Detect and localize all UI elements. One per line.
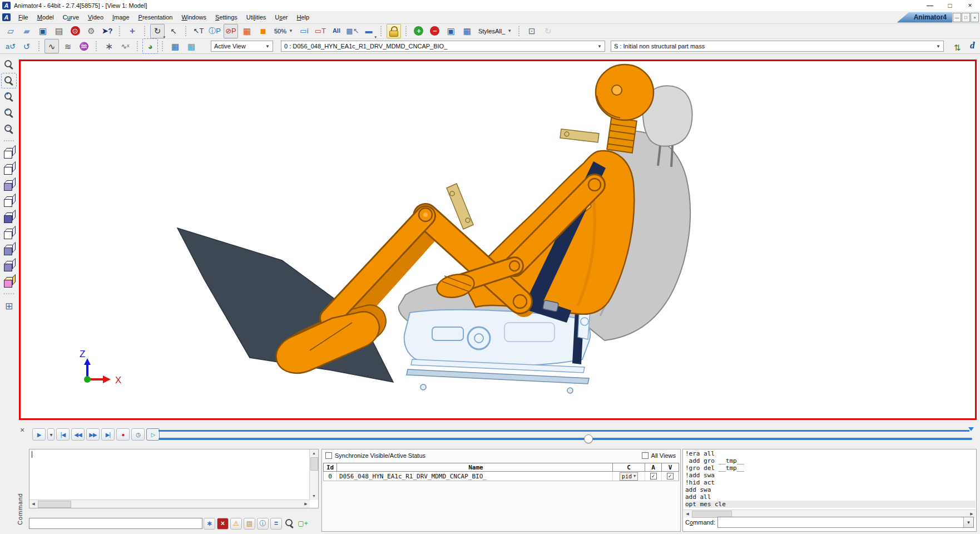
measure-icon[interactable]: ▬▾ [362, 24, 376, 38]
menu-model[interactable]: Model [33, 12, 58, 22]
play-button[interactable]: ▶ [32, 428, 46, 441]
zoom-out-icon[interactable]: − [2, 106, 16, 120]
mdi-close-icon[interactable]: × [971, 13, 979, 22]
command-input[interactable] [29, 518, 202, 529]
open-model-icon[interactable]: ▰ [19, 24, 34, 38]
info-button[interactable]: ⓘ [257, 518, 269, 530]
grid-full-icon[interactable]: ▦ [460, 24, 474, 38]
zoom-area-icon[interactable] [2, 73, 16, 88]
entity-info-icon[interactable]: ▭i [297, 24, 311, 38]
session-icon[interactable]: ⊡ [524, 24, 539, 38]
reset-view-icon[interactable]: ↺ [19, 39, 34, 53]
timer-button[interactable]: ◷ [131, 428, 145, 441]
console-output[interactable]: !era all add gro __tmp__!gro del __tmp__… [684, 450, 976, 509]
color-swatch[interactable]: ■ [256, 24, 270, 38]
menu-presentation[interactable]: Presentation [134, 12, 177, 22]
filter-button[interactable]: ∗ [204, 518, 215, 530]
scroll-right-icon[interactable]: ▶ [302, 500, 310, 508]
log-button[interactable]: ▤ [244, 518, 255, 530]
open-icon[interactable]: ▱ [3, 24, 18, 38]
state-selector[interactable]: S : Initial non structural part mass ▼ [611, 41, 944, 52]
view-iso-cube[interactable] [2, 275, 16, 289]
menu-utilities[interactable]: Utilities [242, 12, 270, 22]
scroll-left-icon[interactable]: ◀ [29, 500, 37, 508]
command-history-list[interactable]: ▲ ▼ ◀ ▶ [29, 449, 319, 508]
model-selector[interactable]: 0 : D056_048_HYN_EA1c_R1_DRV_MDMD_CNCAP_… [281, 41, 605, 52]
command-prompt-input[interactable]: ▼ [717, 517, 974, 528]
column-header-v[interactable]: V [662, 463, 679, 471]
layers-pick-icon[interactable]: ▩↖ [345, 24, 360, 38]
label-pointer-icon[interactable]: ↖T [191, 24, 206, 38]
exit-icon[interactable]: ⊙ [68, 24, 82, 38]
last-frame-button[interactable]: ▶| [101, 428, 115, 441]
menu-help[interactable]: Help [293, 12, 314, 22]
restore-icon[interactable]: □ [940, 2, 960, 9]
curve-filter-icon[interactable]: ♒ [77, 39, 91, 53]
print-icon[interactable]: ▤ [52, 24, 66, 38]
errors-button[interactable]: × [217, 518, 229, 530]
prev-frame-button[interactable]: ◀◀ [71, 428, 85, 441]
mdi-minimize-icon[interactable]: — [953, 13, 961, 22]
rotate-view-icon[interactable]: ↻▾ [150, 24, 165, 38]
timeline-slider[interactable] [159, 438, 972, 440]
undo-animation-icon[interactable]: a↺ [3, 39, 18, 53]
add-icon[interactable]: + [412, 24, 426, 38]
menu-file[interactable]: File [14, 12, 33, 22]
pan-icon[interactable]: + [125, 24, 140, 38]
table-grid-icon[interactable]: ▦ [168, 39, 182, 53]
window-layout-icon[interactable]: ⊞ [2, 299, 16, 313]
table-row[interactable]: 0D056_048_HYN_EA1c_R1_DRV_MDMD_CNCAP_BIO… [323, 472, 679, 481]
animation-range-bar[interactable] [159, 430, 969, 432]
zoom-in-icon[interactable]: + [2, 90, 16, 104]
zoom-level-select[interactable]: 50%▼ [272, 26, 295, 37]
column-header-name[interactable]: Name [337, 463, 613, 471]
select-pointer-icon[interactable]: ↖ [166, 24, 181, 38]
warnings-button[interactable]: ⚠ [230, 518, 242, 530]
timeline-handle[interactable] [584, 434, 593, 443]
model-viewport[interactable]: Z X [19, 60, 977, 420]
scrollbar-thumb[interactable] [310, 457, 318, 471]
part-hide-icon[interactable]: ⊘P [224, 24, 238, 38]
tools-icon[interactable]: ⚙ [84, 24, 98, 38]
column-header-c[interactable]: C [613, 463, 645, 471]
horizontal-scrollbar[interactable]: ◀ ▶ [29, 500, 310, 508]
equals-button[interactable]: = [270, 518, 282, 530]
part-color-icon[interactable]: ▦ [240, 24, 254, 38]
curve-mode-icon[interactable]: ∿ [44, 39, 59, 53]
close-icon[interactable]: × [960, 2, 980, 9]
show-all-icon[interactable]: All [329, 24, 344, 38]
vertical-scrollbar[interactable]: ▲ ▼ [309, 449, 318, 500]
visible-checkbox[interactable]: ✓ [667, 473, 674, 479]
menu-windows[interactable]: Windows [177, 12, 211, 22]
scroll-down-icon[interactable]: ▼ [310, 492, 318, 500]
view-left-cube[interactable] [2, 146, 16, 160]
menu-user[interactable]: User [270, 12, 292, 22]
lock-icon[interactable] [387, 24, 401, 38]
table-chart-icon[interactable]: ▦ [184, 39, 199, 53]
active-checkbox[interactable]: ✓ [650, 473, 657, 479]
help-pointer-icon[interactable]: ➤? [100, 24, 115, 38]
part-info-icon[interactable]: ⓘP [207, 24, 222, 38]
synchronize-checkbox[interactable] [325, 452, 332, 459]
scroll-up-icon[interactable]: ▲ [310, 449, 318, 457]
view-right-cube[interactable] [2, 162, 16, 176]
axes-icon[interactable]: ∗ [102, 39, 116, 53]
view-solid-cube[interactable] [2, 210, 16, 225]
curve-overlay-icon[interactable]: ≋ [61, 39, 75, 53]
close-panel-icon[interactable]: × [20, 426, 24, 434]
curve-xy-icon[interactable]: ∿ˣ [118, 39, 132, 53]
styles-select[interactable]: StylesAll_▼ [476, 26, 514, 37]
pie-chart-icon[interactable]: ◕ [143, 39, 157, 53]
save-icon[interactable]: ▣ [36, 24, 50, 38]
grid-outline-icon[interactable]: ▣ [444, 24, 458, 38]
menu-video[interactable]: Video [83, 12, 108, 22]
zoom-page-icon[interactable] [2, 57, 16, 72]
view-bottom-cube[interactable] [2, 243, 16, 257]
minimize-icon[interactable]: — [920, 2, 940, 9]
record-button[interactable]: ● [116, 428, 130, 441]
zoom-reset-icon[interactable]: ↔ [2, 122, 16, 136]
scrollbar-thumb[interactable] [38, 501, 71, 508]
all-views-checkbox[interactable] [642, 452, 649, 459]
column-header-a[interactable]: A [645, 463, 662, 471]
chevron-down-icon[interactable]: ▼ [963, 517, 973, 527]
